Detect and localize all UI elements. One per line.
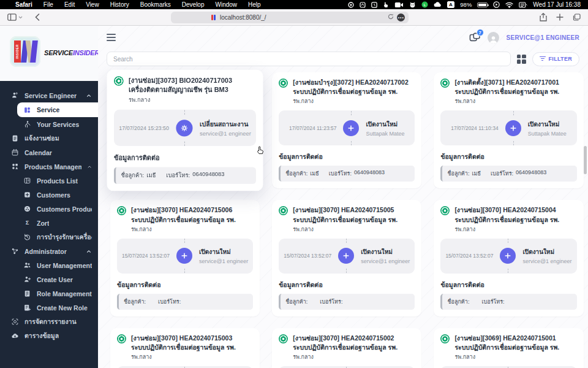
sidebar-item-service[interactable]: Service: [17, 102, 98, 117]
job-card[interactable]: [งานซ่อม][3070] HEA20240715006 ระบบปฏิบั…: [110, 200, 260, 316]
sidebar-item-machine-maintenance[interactable]: การบำรุงรักษาเครื่อง: [0, 230, 98, 244]
grid-view-toggle-icon[interactable]: [517, 55, 526, 64]
phone-number: 0640948083: [354, 169, 385, 178]
new-tab-icon[interactable]: [556, 13, 564, 21]
macos-menubar: SafariFileEditViewHistoryBookmarksDevelo…: [0, 0, 588, 9]
sidebar-item-label: Service Engineer: [24, 92, 77, 99]
logo-shape: [30, 40, 38, 63]
brand-logo-icon: INSIDER: [10, 36, 40, 67]
job-card[interactable]: [งานติดตั้ง][3071] HEA20240717001 ระบบปฏ…: [434, 72, 583, 188]
search-input[interactable]: [107, 52, 511, 66]
menu-safari[interactable]: Safari: [10, 1, 38, 8]
job-actor: service@1 engineer: [199, 258, 248, 264]
sidebar-item-your-services[interactable]: Your Services: [0, 117, 98, 131]
sidebar-item-icon: [11, 148, 19, 156]
funnel-icon: [540, 56, 546, 62]
hand-app-icon[interactable]: [383, 1, 389, 8]
sidebar-item-customers[interactable]: Customers: [0, 188, 98, 202]
sidebar-item-icon: [11, 134, 19, 142]
video-app-icon[interactable]: [394, 1, 404, 8]
job-card[interactable]: [งานซ่อม][3070] HEA20240715003 ระบบปฏิบั…: [110, 328, 260, 368]
job-actor: Suttapak Matee: [528, 131, 567, 137]
phone-label: เบอร์โทร:: [158, 297, 181, 306]
wifi-icon[interactable]: [505, 1, 513, 8]
job-description: ระบบปฏิบัติการเชื่อมต่อฐานข้อมูล รพ.: [293, 343, 398, 351]
cat-app-icon[interactable]: [409, 1, 416, 8]
address-bar[interactable]: localhost:8080/_/ •••: [171, 12, 409, 23]
sidebar-item-icon: [23, 120, 31, 128]
job-card-header: [งานซ่อม][3070] HEA20240715006 ระบบปฏิบั…: [117, 205, 253, 233]
job-timeline: 17/07/2024 15:23:50 เปลี่ยนสถานะงาน serv…: [114, 110, 256, 147]
cloud-status-icon[interactable]: [434, 1, 442, 8]
sidebar-item-create-new-role[interactable]: Create New Role: [0, 301, 98, 315]
sidebar-item-label: Calendar: [24, 149, 52, 156]
input-source-icon[interactable]: A: [447, 1, 455, 8]
clock-app-icon[interactable]: [371, 1, 377, 8]
job-timestamp: 17/07/2024 15:23:50: [119, 125, 169, 131]
sidebar-item-repair-request[interactable]: แจ้งงานซ่อม: [0, 131, 98, 145]
job-card[interactable]: [งานซ่อม][3070] HEA20240715004 ระบบปฏิบั…: [434, 200, 583, 316]
play-status-icon[interactable]: [493, 1, 500, 8]
scrollbar-thumb[interactable]: [584, 146, 587, 174]
sidebar-item-user-management[interactable]: User Management: [0, 258, 98, 272]
sidebar-item-products-list[interactable]: Products List: [0, 174, 98, 188]
sidebar: INSIDER SERVICEINSIDER Service Engineer …: [0, 26, 98, 368]
screen-record-icon[interactable]: [348, 1, 354, 8]
job-status-dot-icon: [117, 206, 126, 215]
menu-window[interactable]: Window: [210, 1, 243, 8]
sidebar-item-create-user[interactable]: Create User: [0, 272, 98, 286]
menubar-clock[interactable]: Wed 17 Jul 16:38: [533, 1, 581, 8]
line-app-icon[interactable]: L: [421, 1, 428, 8]
brand-logo[interactable]: INSIDER SERVICEINSIDER: [0, 26, 98, 81]
job-card-header: [งานซ่อม][3069] HEA20240715001 ระบบปฏิบั…: [440, 334, 576, 361]
battery-icon[interactable]: [477, 2, 488, 7]
job-card[interactable]: [งานซ่อม][3069] HEA20240715001 ระบบปฏิบั…: [434, 328, 583, 368]
menu-edit[interactable]: Edit: [59, 1, 80, 8]
sidebar-item-report-management[interactable]: การจัดการรายงาน: [0, 315, 98, 329]
shortcuts-icon[interactable]: [360, 1, 366, 8]
menu-view[interactable]: View: [80, 1, 105, 8]
menu-history[interactable]: History: [105, 1, 135, 8]
job-description: ระบบปฏิบัติการเชื่อมต่อฐานข้อมูล รพ.: [454, 215, 559, 224]
logged-in-user[interactable]: SERVICE@1 ENGINEER: [507, 34, 579, 41]
hamburger-menu-icon[interactable]: [107, 34, 116, 41]
sidebar-item-calendar[interactable]: Calendar: [0, 145, 98, 159]
job-card[interactable]: [งานซ่อมบำรุง][3072] HEA20240717002 ระบบ…: [272, 72, 421, 188]
contact-info-bar: ชื่อลูกค้า: เมธี เบอร์โทร: 0640948083: [279, 166, 415, 182]
contact-info-bar: ชื่อลูกค้า: เมธี เบอร์โทร: 0640948083: [440, 166, 576, 182]
sidebar-toggle-icon[interactable]: [7, 13, 23, 21]
menu-develop[interactable]: Develop: [176, 1, 210, 8]
job-card-header: [งานซ่อม][3073] BIO20240717003 เครื่องติ…: [114, 75, 256, 104]
notifications-button[interactable]: 7: [469, 33, 480, 42]
job-card[interactable]: [งานซ่อม][3073] BIO20240717003 เครื่องติ…: [107, 70, 263, 191]
sidebar-item-administrator[interactable]: Administrator: [0, 244, 98, 258]
back-button[interactable]: [35, 13, 40, 21]
job-hospital: รพ.กลาง: [293, 225, 398, 234]
action-circle-icon: [176, 248, 192, 264]
sidebar-item-customers-products[interactable]: Customers Products: [0, 202, 98, 216]
reload-icon[interactable]: [388, 13, 394, 21]
share-icon[interactable]: [540, 13, 547, 21]
customer-label: ชื่อลูกค้า:: [285, 169, 307, 178]
timeline-node: [343, 120, 359, 136]
sidebar-item-data-table[interactable]: ตารางข้อมูล: [0, 329, 98, 343]
sidebar-item-zort[interactable]: Zort: [0, 216, 98, 230]
job-card-header: [งานซ่อม][3070] HEA20240715004 ระบบปฏิบั…: [440, 205, 576, 233]
filter-button[interactable]: FILLTER: [532, 52, 579, 66]
menu-file[interactable]: File: [38, 1, 59, 8]
tab-overview-icon[interactable]: [573, 13, 581, 21]
job-card[interactable]: [งานซ่อม][3070] HEA20240715002 ระบบปฏิบั…: [272, 328, 421, 368]
keyboard-settings-icon[interactable]: [519, 1, 527, 8]
avatar[interactable]: [488, 32, 499, 44]
sidebar-item-service-engineer[interactable]: Service Engineer: [0, 88, 98, 102]
sidebar-item-icon: [23, 304, 31, 312]
phone-number: 0640948083: [516, 169, 546, 178]
job-card[interactable]: [งานซ่อม][3070] HEA20240715005 ระบบปฏิบั…: [272, 200, 421, 316]
sidebar-item-label: Products List: [37, 177, 78, 185]
menu-bookmarks[interactable]: Bookmarks: [135, 1, 176, 8]
page-settings-icon[interactable]: •••: [397, 13, 405, 21]
sidebar-item-products-management[interactable]: Products Management: [0, 159, 98, 174]
menu-help[interactable]: Help: [243, 1, 266, 8]
timeline-node: [176, 120, 192, 136]
sidebar-item-role-management[interactable]: Role Management: [0, 286, 98, 301]
